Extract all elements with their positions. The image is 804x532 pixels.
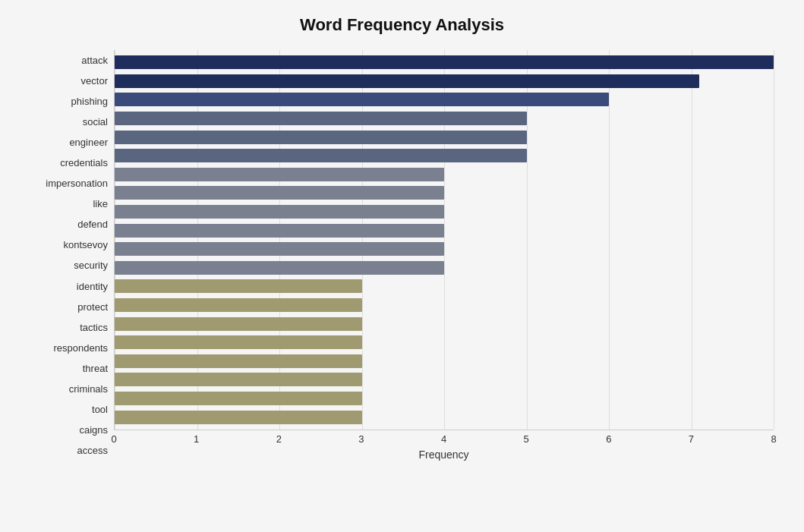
y-label-protect: protect — [77, 297, 108, 317]
bar-row-tool — [115, 371, 774, 388]
x-tick-8: 8 — [771, 433, 776, 445]
bar-row-attack — [115, 54, 774, 71]
y-label-credentials: credentials — [60, 153, 108, 173]
y-label-social: social — [83, 112, 108, 132]
chart-area: attackvectorphishingsocialengineercreden… — [30, 50, 774, 461]
bar-social — [115, 112, 527, 125]
bar-row-like — [115, 184, 774, 201]
bar-row-kontsevoy — [115, 222, 774, 239]
x-tick-6: 6 — [606, 433, 611, 445]
bar-row-security — [115, 241, 774, 257]
chart-title: Word Frequency Analysis — [30, 15, 774, 35]
gridline-8 — [774, 50, 774, 430]
y-label-like: like — [93, 194, 108, 214]
x-tick-2: 2 — [276, 433, 282, 445]
x-axis-label: Frequency — [114, 449, 774, 461]
y-label-respondents: respondents — [53, 338, 108, 358]
bar-row-criminals — [115, 353, 774, 370]
y-label-impersonation: impersonation — [46, 173, 108, 194]
y-label-phishing: phishing — [71, 91, 108, 112]
bar-threat — [115, 335, 362, 349]
bar-kontsevoy — [115, 224, 444, 238]
y-label-identity: identity — [77, 276, 108, 297]
bar-row-access — [115, 409, 774, 426]
y-label-tactics: tactics — [80, 317, 108, 338]
bar-access — [115, 411, 362, 424]
x-tick-7: 7 — [689, 433, 694, 445]
chart-container: Word Frequency Analysis attackvectorphis… — [0, 0, 804, 532]
y-label-kontsevoy: kontsevoy — [63, 235, 108, 255]
bar-row-threat — [115, 334, 774, 351]
y-label-criminals: criminals — [69, 379, 108, 399]
bar-criminals — [115, 354, 362, 368]
bar-respondents — [115, 317, 362, 331]
bar-tool — [115, 373, 362, 386]
bars-area — [114, 50, 774, 430]
y-label-attack: attack — [81, 50, 108, 71]
bar-protect — [115, 279, 362, 293]
bar-row-credentials — [115, 147, 774, 164]
bar-row-engineer — [115, 129, 774, 146]
x-ticks: 012345678 — [114, 430, 774, 445]
y-label-caigns: caigns — [79, 420, 108, 440]
bar-row-phishing — [115, 91, 774, 108]
bar-caigns — [115, 392, 362, 405]
bar-row-vector — [115, 73, 774, 90]
bar-row-defend — [115, 203, 774, 220]
y-label-vector: vector — [81, 71, 108, 91]
bar-impersonation — [115, 168, 444, 181]
bars-list — [115, 50, 774, 430]
bar-tactics — [115, 298, 362, 312]
bar-like — [115, 186, 444, 200]
bar-row-identity — [115, 260, 774, 276]
y-labels: attackvectorphishingsocialengineercreden… — [30, 50, 114, 461]
bar-security — [115, 242, 444, 256]
bar-defend — [115, 205, 444, 219]
bar-row-social — [115, 110, 774, 127]
y-label-tool: tool — [92, 399, 108, 420]
bar-attack — [115, 55, 774, 69]
bar-credentials — [115, 149, 527, 162]
bars-and-x: 012345678 Frequency — [114, 50, 774, 461]
x-tick-3: 3 — [358, 433, 364, 445]
bar-engineer — [115, 131, 527, 144]
bar-identity — [115, 261, 444, 275]
y-label-access: access — [77, 440, 108, 461]
bar-phishing — [115, 93, 609, 106]
x-tick-0: 0 — [111, 433, 116, 445]
y-label-defend: defend — [77, 214, 108, 235]
x-axis: 012345678 Frequency — [114, 430, 774, 461]
x-tick-5: 5 — [524, 433, 529, 445]
bar-vector — [115, 74, 699, 88]
bar-row-respondents — [115, 316, 774, 332]
bar-row-tactics — [115, 297, 774, 313]
x-tick-4: 4 — [441, 433, 446, 445]
y-label-engineer: engineer — [69, 132, 108, 153]
y-label-threat: threat — [83, 358, 108, 379]
bar-row-caigns — [115, 390, 774, 407]
bar-row-impersonation — [115, 166, 774, 183]
x-tick-1: 1 — [194, 433, 199, 445]
y-label-security: security — [74, 255, 108, 275]
bar-row-protect — [115, 278, 774, 294]
